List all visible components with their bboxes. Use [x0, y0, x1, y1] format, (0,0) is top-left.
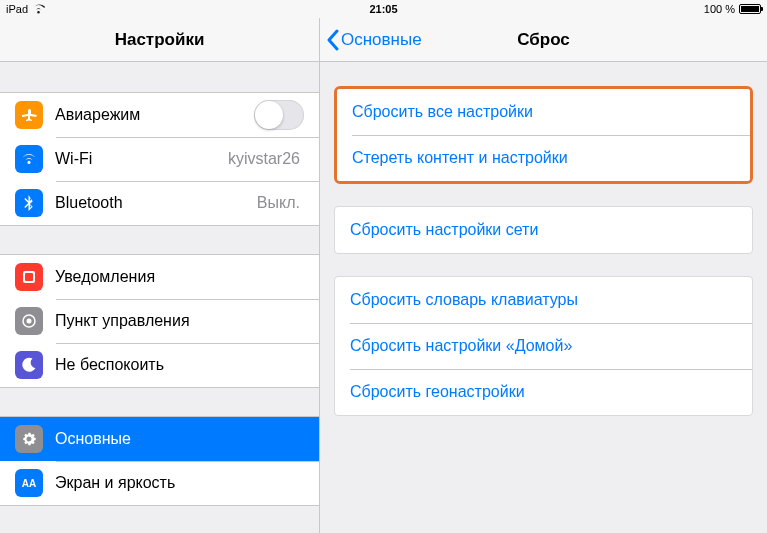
- dnd-label: Не беспокоить: [55, 356, 164, 374]
- svg-point-3: [27, 319, 32, 324]
- master-section-general: Основные AA Экран и яркость: [0, 416, 319, 506]
- reset-keyboard-label: Сбросить словарь клавиатуры: [350, 291, 578, 309]
- wifi-value: kyivstar26: [228, 150, 304, 168]
- reset-keyboard-row[interactable]: Сбросить словарь клавиатуры: [335, 277, 752, 323]
- general-row[interactable]: Основные: [0, 417, 319, 461]
- reset-home-label: Сбросить настройки «Домой»: [350, 337, 572, 355]
- display-row[interactable]: AA Экран и яркость: [0, 461, 319, 505]
- bluetooth-value: Выкл.: [257, 194, 304, 212]
- wifi-label: Wi-Fi: [55, 150, 92, 168]
- wifi-icon: [32, 4, 45, 14]
- battery-icon: [739, 4, 761, 14]
- dnd-icon: [15, 351, 43, 379]
- status-bar-time: 21:05: [369, 3, 397, 15]
- dnd-row[interactable]: Не беспокоить: [0, 343, 319, 387]
- display-label: Экран и яркость: [55, 474, 175, 492]
- detail-group-3: Сбросить словарь клавиатуры Сбросить нас…: [334, 276, 753, 416]
- detail-group-1: Сбросить все настройки Стереть контент и…: [334, 86, 753, 184]
- display-icon: AA: [15, 469, 43, 497]
- airplane-icon: [15, 101, 43, 129]
- bluetooth-label: Bluetooth: [55, 194, 123, 212]
- reset-location-label: Сбросить геонастройки: [350, 383, 525, 401]
- screen: iPad 21:05 100 % Настройки: [0, 0, 767, 533]
- detail-pane: Основные Сброс Сбросить все настройки Ст…: [320, 18, 767, 533]
- status-bar-left: iPad: [6, 3, 45, 15]
- wifi-settings-icon: [15, 145, 43, 173]
- split-view: Настройки Авиарежим Wi-F: [0, 18, 767, 533]
- back-label: Основные: [341, 30, 422, 50]
- reset-location-row[interactable]: Сбросить геонастройки: [335, 369, 752, 415]
- master-navbar: Настройки: [0, 18, 319, 62]
- airplane-row[interactable]: Авиарежим: [0, 93, 319, 137]
- control-center-icon: [15, 307, 43, 335]
- erase-all-content-label: Стереть контент и настройки: [352, 149, 568, 167]
- bluetooth-icon: [15, 189, 43, 217]
- reset-home-row[interactable]: Сбросить настройки «Домой»: [335, 323, 752, 369]
- bluetooth-row[interactable]: Bluetooth Выкл.: [0, 181, 319, 225]
- general-label: Основные: [55, 430, 131, 448]
- device-label: iPad: [6, 3, 28, 15]
- svg-rect-1: [25, 273, 33, 281]
- airplane-toggle[interactable]: [254, 100, 304, 130]
- master-section-alerts: Уведомления Пункт управления Не беспокои…: [0, 254, 319, 388]
- reset-network-label: Сбросить настройки сети: [350, 221, 538, 239]
- master-pane: Настройки Авиарежим Wi-F: [0, 18, 320, 533]
- status-bar-right: 100 %: [704, 3, 761, 15]
- notifications-label: Уведомления: [55, 268, 155, 286]
- wifi-row[interactable]: Wi-Fi kyivstar26: [0, 137, 319, 181]
- status-bar: iPad 21:05 100 %: [0, 0, 767, 18]
- notifications-icon: [15, 263, 43, 291]
- reset-all-settings-label: Сбросить все настройки: [352, 103, 533, 121]
- master-title: Настройки: [115, 30, 205, 50]
- chevron-left-icon: [326, 29, 339, 51]
- detail-title: Сброс: [517, 30, 570, 50]
- master-section-connectivity: Авиарежим Wi-Fi kyivstar26: [0, 92, 319, 226]
- airplane-label: Авиарежим: [55, 106, 140, 124]
- reset-network-row[interactable]: Сбросить настройки сети: [335, 207, 752, 253]
- detail-navbar: Основные Сброс: [320, 18, 767, 62]
- erase-all-content-row[interactable]: Стереть контент и настройки: [337, 135, 750, 181]
- control-center-row[interactable]: Пункт управления: [0, 299, 319, 343]
- detail-group-2: Сбросить настройки сети: [334, 206, 753, 254]
- notifications-row[interactable]: Уведомления: [0, 255, 319, 299]
- battery-text: 100 %: [704, 3, 735, 15]
- svg-text:AA: AA: [22, 478, 36, 489]
- reset-all-settings-row[interactable]: Сбросить все настройки: [337, 89, 750, 135]
- back-button[interactable]: Основные: [320, 29, 422, 51]
- gear-icon: [15, 425, 43, 453]
- control-center-label: Пункт управления: [55, 312, 190, 330]
